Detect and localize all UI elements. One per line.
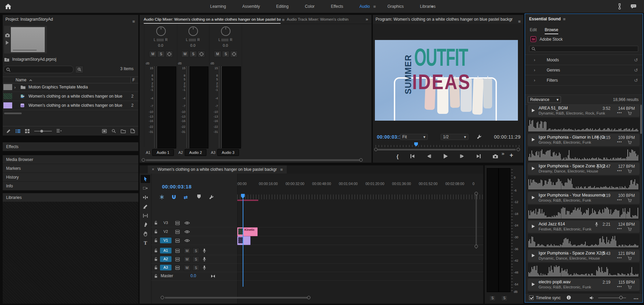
track-waveform[interactable]: [528, 234, 640, 248]
workspace-menu-icon[interactable]: ≡: [373, 4, 379, 9]
track-eye-icon[interactable]: [184, 227, 190, 236]
play-icon[interactable]: [532, 167, 535, 170]
project-item-row[interactable]: Women's clothing on a white clothes hang…: [3, 92, 138, 101]
add-to-cart-icon[interactable]: [627, 111, 632, 116]
track-target-a2[interactable]: A2: [160, 256, 172, 262]
slip-tool[interactable]: [141, 211, 150, 220]
panel-tab-libraries[interactable]: Libraries: [3, 193, 138, 202]
step-forward-button[interactable]: [460, 154, 465, 159]
pan-knob[interactable]: [156, 26, 166, 36]
track-sync-icon[interactable]: [175, 255, 180, 263]
adobe-stock-row[interactable]: St Adobe Stock: [530, 36, 563, 42]
panel-tab-media-browser[interactable]: Media Browser: [3, 155, 138, 164]
program-panel-menu-icon[interactable]: ≡: [518, 17, 521, 26]
mixer-tab-overflow[interactable]: »: [366, 15, 368, 24]
preview-thumbnail[interactable]: [11, 27, 45, 52]
essential-sound-scrollbar[interactable]: [640, 105, 642, 134]
track-mic-icon[interactable]: [203, 255, 206, 263]
track-sync-icon[interactable]: [175, 236, 180, 245]
timeline-scroll-knob-right[interactable]: [307, 296, 310, 299]
essential-sound-menu-icon[interactable]: ≡: [563, 17, 566, 22]
add-to-cart-icon[interactable]: [627, 227, 632, 231]
preview-play-icon[interactable]: [6, 41, 9, 45]
add-to-cart-icon[interactable]: [627, 256, 632, 261]
track-row-master[interactable]: Master0.0: [151, 272, 483, 281]
track-lock-icon[interactable]: [154, 246, 158, 255]
solo-button[interactable]: S: [222, 51, 229, 57]
master-level[interactable]: 0.0: [190, 273, 196, 278]
track-mic-icon[interactable]: [203, 246, 206, 255]
keyframe-button[interactable]: [165, 51, 173, 57]
track-sync-icon[interactable]: [175, 246, 180, 255]
project-hscrollbar[interactable]: [4, 113, 22, 114]
mixer-panel-menu-icon[interactable]: ≡: [282, 17, 285, 22]
panel-tab-info[interactable]: Info: [3, 182, 138, 190]
track-row-a1[interactable]: A1MS: [151, 246, 483, 255]
mixer-scroll-knob-right[interactable]: [359, 158, 363, 162]
program-mini-ruler[interactable]: [376, 143, 521, 147]
pan-value[interactable]: 0.0: [144, 43, 177, 47]
panel-tab-history[interactable]: History: [3, 173, 138, 182]
tab-workspace-editing[interactable]: Editing: [268, 0, 297, 13]
track-waveform[interactable]: [528, 263, 640, 278]
chevron-right-icon[interactable]: ›: [14, 85, 16, 90]
more-options-button[interactable]: •••: [617, 226, 622, 230]
track-row-v3[interactable]: V3: [151, 219, 483, 227]
pan-value[interactable]: 0.0: [209, 43, 242, 47]
track-name-button[interactable]: Audio 3: [217, 149, 239, 156]
timeline-sync-checkbox[interactable]: [529, 296, 534, 300]
track-target-v2[interactable]: V2: [160, 229, 172, 235]
tab-workspace-effects[interactable]: Effects: [323, 0, 351, 13]
info-button[interactable]: [566, 295, 571, 300]
reset-icon[interactable]: ↺: [634, 67, 638, 73]
timeline-vscroll-knob-bottom[interactable]: [475, 245, 478, 248]
timeline-scroll-knob-left[interactable]: [161, 296, 164, 299]
ripple-edit-tool[interactable]: [141, 193, 150, 201]
chevron-right-icon[interactable]: ›: [534, 78, 535, 83]
more-options-button[interactable]: •••: [617, 198, 622, 202]
work-area-bar[interactable]: [237, 200, 258, 201]
reset-icon[interactable]: ↺: [634, 78, 638, 83]
feedback-button[interactable]: [630, 4, 637, 9]
stock-track-row[interactable]: Igor Pumphonia - Space Zone X3(2)3:47127…: [528, 163, 640, 175]
project-list-header[interactable]: Name F: [3, 77, 138, 83]
transport-overflow-button[interactable]: »: [502, 150, 504, 156]
volume-slider-knob[interactable]: [619, 296, 623, 299]
tab-workspace-assembly[interactable]: Assembly: [234, 0, 268, 13]
track-name-button[interactable]: Audio 2: [185, 149, 206, 156]
track-lock-icon[interactable]: [154, 236, 158, 245]
track-lock-icon[interactable]: [154, 219, 158, 227]
chevron-right-icon[interactable]: ›: [534, 58, 535, 62]
track-waveform[interactable]: [528, 176, 640, 190]
button-editor-button[interactable]: +: [509, 152, 513, 159]
keyframe-button[interactable]: [230, 51, 238, 57]
new-bin-icon[interactable]: [121, 129, 126, 133]
play-icon[interactable]: [532, 254, 535, 257]
f-column-header[interactable]: F: [133, 78, 135, 82]
more-options-button[interactable]: •••: [617, 168, 622, 172]
track-sync-icon[interactable]: [175, 219, 180, 227]
tab-audio-track-mixer[interactable]: Audio Track Mixer: Women's clothin: [287, 15, 348, 24]
list-view-icon[interactable]: [16, 129, 20, 133]
icon-view-icon[interactable]: [25, 129, 29, 133]
tab-edit[interactable]: Edit: [530, 26, 537, 34]
panel-tab-effects[interactable]: Effects: [3, 142, 138, 151]
more-options-button[interactable]: •••: [617, 284, 622, 288]
play-button[interactable]: [443, 154, 448, 159]
add-to-cart-icon[interactable]: [627, 140, 632, 145]
tab-audio-clip-mixer[interactable]: Audio Clip Mixer: Women's clothing on a …: [144, 15, 281, 24]
stock-track-row[interactable]: Igor Pumphonia - Your Measurement (O...3…: [528, 192, 640, 204]
workspace-overflow-button[interactable]: »: [431, 0, 434, 13]
more-options-button[interactable]: •••: [617, 110, 622, 115]
tab-workspace-color[interactable]: Color: [297, 0, 323, 13]
find-icon[interactable]: [112, 129, 116, 133]
panel-tab-markers[interactable]: Markers: [3, 164, 138, 173]
program-scrollbar[interactable]: [378, 149, 516, 150]
essential-sound-title[interactable]: Essential Sound: [529, 17, 561, 21]
track-waveform[interactable]: [528, 118, 640, 133]
zoom-slider[interactable]: [34, 131, 52, 131]
close-icon[interactable]: ×: [152, 167, 154, 172]
play-icon[interactable]: [532, 138, 535, 141]
tab-workspace-libraries[interactable]: Libraries: [412, 0, 444, 13]
footer-more-button[interactable]: •••: [633, 297, 639, 301]
